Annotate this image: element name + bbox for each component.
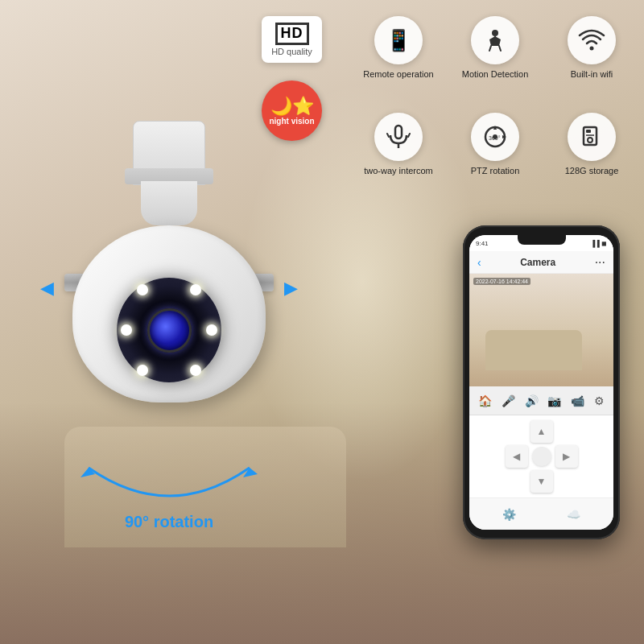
feature-remote-operation: 📱 Remote operation	[362, 16, 435, 79]
storage-icon	[568, 113, 616, 161]
dome-outer-shell	[72, 225, 266, 402]
wifi-label: Built-in wifi	[571, 69, 613, 79]
led-1	[137, 284, 148, 295]
phone-time: 9:41	[476, 240, 489, 247]
intercom-icon	[374, 113, 423, 161]
phone-status-icons: ▐▐ ◼	[590, 240, 607, 247]
rotation-90-area: 90° rotation	[64, 460, 274, 531]
remote-operation-label: Remote operation	[363, 69, 433, 79]
ptz-label: PTZ rotation	[471, 166, 520, 175]
wifi-icon	[568, 16, 616, 64]
svg-point-0	[492, 30, 498, 36]
directional-pad: ▲ ▼ ◀ ▶	[506, 420, 578, 493]
hd-badge: HD HD quality	[262, 16, 322, 63]
remote-operation-icon: 📱	[374, 16, 423, 64]
bulb-socket	[133, 121, 205, 185]
phone-back-button[interactable]: ‹	[477, 256, 481, 269]
phone-bottom-bar: ⚙️ ☁️	[469, 497, 613, 530]
lens-area	[113, 274, 225, 386]
ctrl-video-icon[interactable]: 📹	[571, 394, 584, 407]
dpad-center-button[interactable]	[532, 447, 551, 466]
moon-icon: 🌙⭐	[270, 96, 314, 117]
motion-detection-icon	[471, 16, 519, 64]
ptz-icon: 360°	[471, 113, 519, 161]
phone-more-button[interactable]: ···	[595, 255, 605, 270]
phone-controls-bar: 🏠 🎤 🔊 📷 📹 ⚙	[469, 386, 613, 415]
led-4	[206, 324, 217, 336]
phone-dpad-area: ▲ ▼ ◀ ▶	[469, 415, 613, 497]
hd-label: HD	[275, 23, 309, 45]
led-2	[190, 284, 201, 295]
phone-app-header: ‹ Camera ···	[469, 251, 613, 274]
motion-detection-label: Motion Detection	[462, 69, 529, 79]
feed-timestamp: 2022-07-16 14:42:44	[473, 278, 530, 285]
phone-notch	[518, 235, 566, 245]
dpad-left-button[interactable]: ◀	[506, 445, 528, 468]
feature-ptz: 360° PTZ rotation	[459, 113, 531, 175]
arrow-right-icon: ▶	[284, 278, 298, 299]
svg-rect-2	[395, 126, 402, 138]
hd-quality-label: HD quality	[271, 47, 312, 56]
phone-bottom-settings-icon[interactable]: ⚙️	[502, 508, 516, 521]
phone-camera-feed: 2022-07-16 14:42:44	[469, 274, 613, 386]
arrow-left-icon: ◀	[40, 278, 54, 299]
features-bottom-row: two-way intercom 360° PTZ rotation 128G …	[362, 113, 628, 175]
svg-point-1	[590, 47, 594, 51]
camera-device: 360° rotation ◀ ▶	[32, 121, 306, 539]
feature-motion-detection: Motion Detection	[459, 16, 531, 79]
rotation-90-label: 90° rotation	[64, 513, 274, 531]
ctrl-photo-icon[interactable]: 📷	[547, 394, 561, 407]
dpad-up-button[interactable]: ▲	[530, 420, 553, 443]
led-6	[190, 365, 201, 376]
rotation-arc-svg	[64, 460, 274, 508]
ctrl-home-icon[interactable]: 🏠	[478, 394, 492, 407]
bulb-connector	[141, 181, 197, 225]
svg-marker-12	[243, 468, 258, 477]
ctrl-speaker-icon[interactable]: 🔊	[525, 394, 539, 407]
phone-app-title: Camera	[520, 257, 555, 268]
feature-wifi: Built-in wifi	[555, 16, 628, 79]
feed-couch	[485, 330, 582, 370]
svg-text:360°: 360°	[489, 135, 501, 141]
ctrl-settings-icon[interactable]: ⚙	[594, 394, 605, 407]
svg-rect-8	[586, 130, 591, 133]
ctrl-mic-icon[interactable]: 🎤	[502, 394, 515, 407]
phone-frame: 9:41 ▐▐ ◼ ‹ Camera ··· 2022-07-16 14:42:…	[463, 225, 620, 539]
phone-bottom-cloud-icon[interactable]: ☁️	[567, 508, 580, 521]
camera-lens	[147, 308, 192, 353]
dpad-right-button[interactable]: ▶	[555, 445, 578, 468]
led-5	[137, 365, 148, 376]
led-3	[121, 324, 132, 336]
dpad-down-button[interactable]: ▼	[530, 470, 553, 493]
phone-mockup: 9:41 ▐▐ ◼ ‹ Camera ··· 2022-07-16 14:42:…	[463, 225, 620, 539]
intercom-label: two-way intercom	[364, 166, 433, 175]
feature-intercom: two-way intercom	[362, 113, 435, 175]
storage-label: 128G storage	[565, 166, 619, 175]
camera-dome	[72, 225, 266, 435]
feature-storage: 128G storage	[555, 113, 628, 175]
svg-marker-11	[80, 468, 95, 477]
led-ring	[117, 278, 221, 382]
svg-point-9	[588, 138, 592, 142]
phone-screen: 9:41 ▐▐ ◼ ‹ Camera ··· 2022-07-16 14:42:…	[469, 235, 613, 530]
features-top-row: 📱 Remote operation Motion Detection Buil…	[362, 16, 628, 79]
